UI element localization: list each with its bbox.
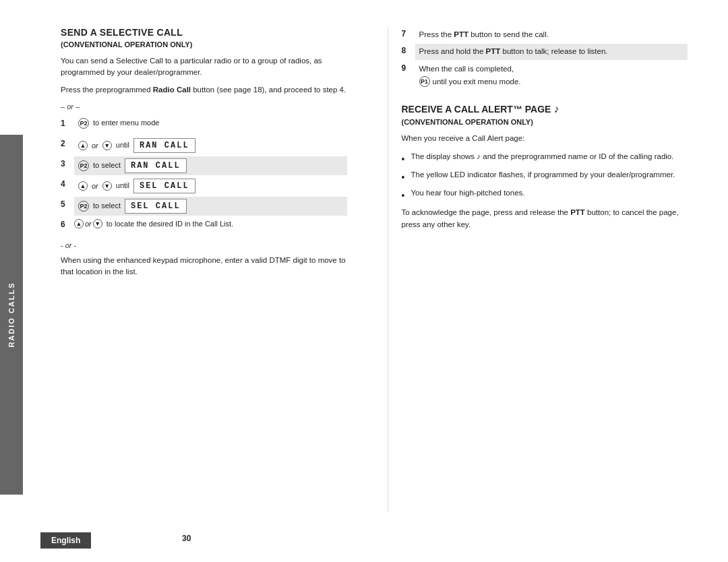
page-number: 30	[182, 534, 191, 543]
p2-icon-5: P2	[78, 201, 89, 212]
right-step-7-number: 7	[402, 27, 415, 38]
bullet-dot-3: •	[402, 191, 406, 200]
step-3-number: 3	[61, 156, 74, 168]
steps-list: 1 P2 to enter menu mode 2 ▲	[61, 116, 347, 236]
bullet-2-text: The yellow LED indicator flashes, if pro…	[411, 169, 675, 181]
step-4-content: ▲ or ▼ until SEL CALL	[74, 177, 347, 195]
left-column: SEND A SELECTIVE CALL (CONVENTIONAL OPER…	[61, 27, 361, 512]
step-1-text: to enter menu mode	[93, 118, 159, 128]
display-ran-call-3: RAN CALL	[125, 158, 187, 173]
page-container: Radio Calls SEND A SELECTIVE CALL (CONVE…	[0, 0, 728, 562]
step-3: 3 P2 to select RAN CALL	[61, 156, 347, 175]
right-step-8-content: Press and hold the PTT button to talk; r…	[415, 44, 688, 59]
bullet-3: • You hear four high-pitched tones.	[402, 187, 688, 200]
step-1: 1 P2 to enter menu mode	[61, 116, 347, 135]
step-5-text: to select	[93, 201, 121, 211]
step-1-number: 1	[61, 116, 74, 128]
step-2-text: until	[116, 140, 129, 150]
step-9-subtext: until you exit menu mode.	[433, 76, 521, 88]
right-step-9-number: 9	[402, 61, 415, 73]
right-step-7-content: Press the PTT button to send the call.	[415, 27, 688, 42]
bullet-2: • The yellow LED indicator flashes, if p…	[402, 169, 688, 182]
right-step-7: 7 Press the PTT button to send the call.	[402, 27, 688, 42]
bullet-3-text: You hear four high-pitched tones.	[411, 187, 525, 199]
display-sel-call-4: SEL CALL	[133, 179, 195, 193]
step-5-number: 5	[61, 197, 74, 209]
or-word-6: or	[85, 219, 92, 229]
step-4-text: until	[116, 181, 129, 191]
or-word-4: or	[92, 182, 98, 190]
step-2-number: 2	[61, 136, 74, 148]
right-step-8: 8 Press and hold the PTT button to talk;…	[402, 44, 688, 59]
display-sel-call-5: SEL CALL	[125, 199, 187, 214]
step-6: 6 ▲ or ▼ to locate the desired ID in the…	[61, 217, 347, 236]
step-2: 2 ▲ or ▼ until RAN CALL	[61, 136, 347, 155]
step-3-text: to select	[93, 160, 121, 170]
send-call-body1: You can send a Selective Call to a parti…	[61, 55, 347, 96]
right-step-9-content: When the call is completed, P1 until you…	[415, 61, 688, 90]
or-word-2: or	[92, 142, 98, 150]
bullet-dot-2: •	[402, 173, 406, 182]
right-step-9: 9 When the call is completed, P1 until y…	[402, 61, 688, 90]
step-4-number: 4	[61, 177, 74, 189]
arrow-up-4: ▲	[78, 181, 88, 191]
main-content: SEND A SELECTIVE CALL (CONVENTIONAL OPER…	[0, 0, 728, 526]
footer: English 30	[0, 526, 728, 562]
step-6-text: to locate the desired ID in the Call Lis…	[107, 219, 233, 229]
music-note-icon: ♪	[553, 103, 559, 115]
p2-icon-1: P2	[78, 118, 89, 129]
step-6-icons: ▲ or ▼	[74, 219, 102, 229]
bullet-dot-1: •	[402, 154, 406, 164]
step-2-content: ▲ or ▼ until RAN CALL	[74, 136, 347, 155]
sidebar: Radio Calls	[0, 135, 23, 495]
step-6-number: 6	[61, 217, 74, 229]
bullet-1-text: The display shows ♪ and the preprogramme…	[411, 151, 674, 162]
step-1-content: P2 to enter menu mode	[74, 116, 347, 131]
right-step-8-number: 8	[402, 44, 415, 55]
arrow-down-6: ▼	[93, 219, 102, 228]
arrow-down-2: ▼	[102, 141, 112, 150]
receive-call-title: RECEIVE A CALL ALERT™ PAGE ♪	[402, 103, 688, 115]
or-separator-1: – or –	[61, 102, 347, 111]
footer-left: English	[40, 532, 688, 549]
receive-call-bullets: • The display shows ♪ and the preprogram…	[402, 151, 688, 200]
bullet-1: • The display shows ♪ and the preprogram…	[402, 151, 688, 164]
right-column: 7 Press the PTT button to send the call.…	[388, 27, 688, 512]
display-ran-call-2: RAN CALL	[133, 138, 195, 153]
step-5: 5 P2 to select SEL CALL	[61, 197, 347, 216]
send-call-subtitle: (CONVENTIONAL OPERATION ONLY)	[61, 40, 347, 49]
step-4: 4 ▲ or ▼ until SEL CALL	[61, 177, 347, 195]
arrow-up-6: ▲	[74, 219, 84, 228]
arrow-up-2: ▲	[78, 141, 88, 150]
p2-icon-3: P2	[78, 160, 89, 171]
arrow-down-4: ▼	[102, 181, 112, 191]
send-call-body3: When using the enhanced keypad microphon…	[61, 255, 347, 278]
acknowledge-text: To acknowledge the page, press and relea…	[402, 207, 688, 230]
sidebar-label: Radio Calls	[7, 282, 16, 347]
right-steps-list: 7 Press the PTT button to send the call.…	[402, 27, 688, 90]
receive-call-subtitle: (CONVENTIONAL OPERATION ONLY)	[402, 118, 688, 126]
receive-call-intro: When you receive a Call Alert page:	[402, 133, 688, 144]
or-separator-2: - or -	[61, 241, 347, 249]
p1-icon-9: P1	[419, 76, 430, 87]
step-5-content: P2 to select SEL CALL	[74, 197, 347, 216]
english-badge: English	[40, 532, 91, 549]
send-call-title: SEND A SELECTIVE CALL	[61, 27, 347, 38]
receive-call-title-text: RECEIVE A CALL ALERT™ PAGE	[402, 104, 551, 115]
step-3-content: P2 to select RAN CALL	[74, 156, 347, 175]
